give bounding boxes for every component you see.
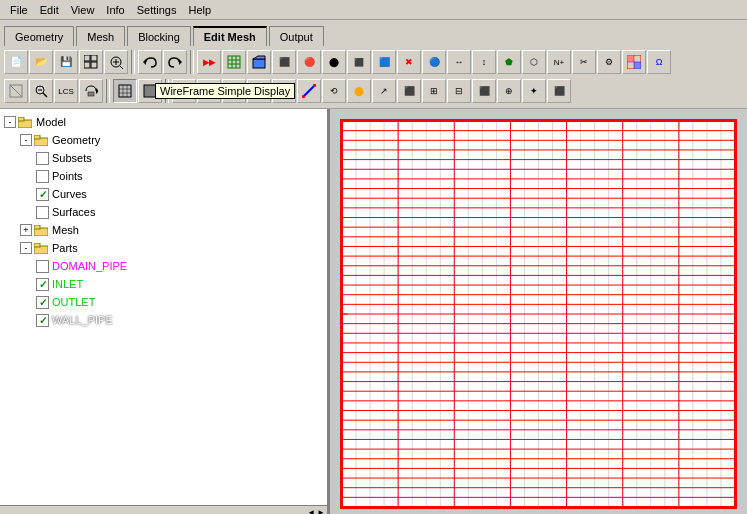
menu-edit[interactable]: Edit — [34, 2, 65, 18]
tb-btn-3[interactable]: ▶▶ — [197, 50, 221, 74]
tree-item-inlet[interactable]: INLET — [0, 275, 327, 293]
checkbox-inlet[interactable] — [36, 278, 49, 291]
checkbox-points[interactable] — [36, 170, 49, 183]
expand-mesh[interactable]: + — [20, 224, 32, 236]
scroll-left-icon[interactable]: ◄ — [307, 508, 315, 514]
select-btn-9[interactable]: ↗ — [372, 79, 396, 103]
expand-geometry[interactable]: - — [20, 134, 32, 146]
expand-model[interactable]: - — [4, 116, 16, 128]
tb-btn-19[interactable]: ⚙ — [597, 50, 621, 74]
tree-item-subsets[interactable]: Subsets — [0, 149, 327, 167]
tab-mesh[interactable]: Mesh — [76, 26, 125, 46]
menu-view[interactable]: View — [65, 2, 101, 18]
svg-rect-41 — [34, 225, 40, 229]
grid-button[interactable] — [79, 50, 103, 74]
view-btn-2[interactable] — [29, 79, 53, 103]
folder-geometry — [34, 134, 50, 146]
svg-rect-0 — [84, 55, 90, 61]
tb-btn-20[interactable] — [622, 50, 646, 74]
expand-parts[interactable]: - — [20, 242, 32, 254]
svg-rect-39 — [34, 135, 40, 139]
tb-btn-12[interactable]: 🔵 — [422, 50, 446, 74]
view-btn-1[interactable] — [4, 79, 28, 103]
tb-btn-4[interactable] — [222, 50, 246, 74]
svg-marker-9 — [179, 59, 182, 65]
new-button[interactable]: 📄 — [4, 50, 28, 74]
geometry-label: Geometry — [52, 134, 100, 146]
right-panel — [330, 109, 747, 514]
svg-line-21 — [10, 85, 22, 97]
tb-btn-14[interactable]: ↕ — [472, 50, 496, 74]
menu-info[interactable]: Info — [100, 2, 130, 18]
tb-btn-10[interactable]: 🟦 — [372, 50, 396, 74]
select-btn-6[interactable] — [297, 79, 321, 103]
view-btn-3[interactable]: LCS — [54, 79, 78, 103]
checkbox-domain-pipe[interactable] — [36, 260, 49, 273]
tree-item-geometry[interactable]: - Geometry — [0, 131, 327, 149]
checkbox-surfaces[interactable] — [36, 206, 49, 219]
undo-button[interactable] — [138, 50, 162, 74]
open-button[interactable]: 📂 — [29, 50, 53, 74]
select-btn-7[interactable]: ⟲ — [322, 79, 346, 103]
select-btn-14[interactable]: ⊕ — [497, 79, 521, 103]
tb-btn-8[interactable]: ⬤ — [322, 50, 346, 74]
separator-2 — [190, 50, 194, 74]
tb-btn-15[interactable]: ⬟ — [497, 50, 521, 74]
tree-item-points[interactable]: Points — [0, 167, 327, 185]
menu-file[interactable]: File — [4, 2, 34, 18]
select-btn-12[interactable]: ⊟ — [447, 79, 471, 103]
parts-label: Parts — [52, 242, 78, 254]
tb-btn-11[interactable]: ✖ — [397, 50, 421, 74]
menu-bar: File Edit View Info Settings Help — [0, 0, 747, 20]
save-icon: 💾 — [60, 57, 72, 67]
tab-blocking[interactable]: Blocking — [127, 26, 191, 46]
save-button[interactable]: 💾 — [54, 50, 78, 74]
panel-scrollbar-bottom[interactable]: ◄ ► — [0, 505, 327, 514]
tb-btn-17[interactable]: N+ — [547, 50, 571, 74]
tb-btn-9[interactable]: ⬛ — [347, 50, 371, 74]
select-btn-8[interactable]: ⬤ — [347, 79, 371, 103]
viewport[interactable] — [340, 119, 737, 509]
block-icon — [252, 55, 266, 69]
tab-edit-mesh[interactable]: Edit Mesh — [193, 26, 267, 46]
tb-btn-7[interactable]: 🔴 — [297, 50, 321, 74]
select-btn-15[interactable]: ✦ — [522, 79, 546, 103]
tab-output[interactable]: Output — [269, 26, 324, 46]
tree-item-curves[interactable]: Curves — [0, 185, 327, 203]
tab-geometry[interactable]: Geometry — [4, 26, 74, 46]
select-btn-11[interactable]: ⊞ — [422, 79, 446, 103]
undo-icon — [143, 55, 157, 69]
menu-settings[interactable]: Settings — [131, 2, 183, 18]
left-panel[interactable]: - Model - Geometry Subsets — [0, 109, 330, 514]
tree-item-domain-pipe[interactable]: DOMAIN_PIPE — [0, 257, 327, 275]
tb-btn-6[interactable]: ⬛ — [272, 50, 296, 74]
checkbox-subsets[interactable] — [36, 152, 49, 165]
svg-rect-19 — [634, 62, 641, 69]
tree-item-surfaces[interactable]: Surfaces — [0, 203, 327, 221]
folder-parts — [34, 242, 50, 254]
tree-item-outlet[interactable]: OUTLET — [0, 293, 327, 311]
tb-btn-5[interactable] — [247, 50, 271, 74]
select-btn-13[interactable]: ⬛ — [472, 79, 496, 103]
tb-btn-21[interactable]: Ω — [647, 50, 671, 74]
tree-item-wall-pipe[interactable]: WALL_PIPE — [0, 311, 327, 329]
select-btn-10[interactable]: ⬛ — [397, 79, 421, 103]
menu-help[interactable]: Help — [182, 2, 217, 18]
folder-icon — [18, 117, 32, 128]
tb-btn-16[interactable]: ⬡ — [522, 50, 546, 74]
tree-item-mesh[interactable]: + Mesh — [0, 221, 327, 239]
redo-button[interactable] — [163, 50, 187, 74]
tb-btn-13[interactable]: ↔ — [447, 50, 471, 74]
scroll-right-icon[interactable]: ► — [317, 508, 325, 514]
checkbox-wall-pipe[interactable] — [36, 314, 49, 327]
zoom-fit-button[interactable] — [104, 50, 128, 74]
tree-item-model[interactable]: - Model — [0, 113, 327, 131]
checkbox-curves[interactable] — [36, 188, 49, 201]
tree-item-parts[interactable]: - Parts — [0, 239, 327, 257]
select-btn-16[interactable]: ⬛ — [547, 79, 571, 103]
wireframe-btn[interactable] — [113, 79, 137, 103]
tb-btn-18[interactable]: ✂ — [572, 50, 596, 74]
view-btn-4[interactable] — [79, 79, 103, 103]
checkbox-outlet[interactable] — [36, 296, 49, 309]
svg-line-5 — [120, 66, 123, 69]
